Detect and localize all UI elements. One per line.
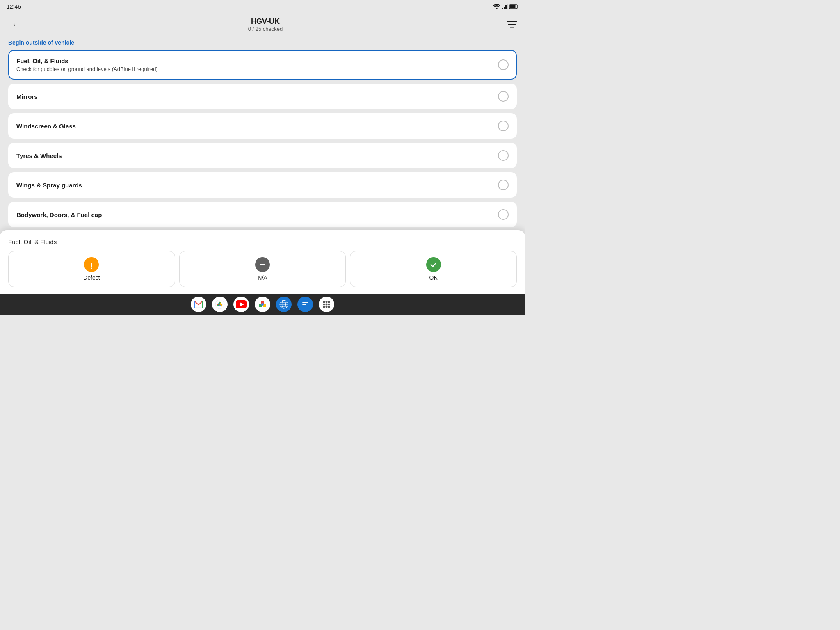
svg-point-33 (326, 304, 328, 306)
messages-icon (300, 299, 310, 309)
svg-point-19 (261, 303, 264, 306)
na-label: N/A (258, 274, 267, 281)
item-title-tyres: Tyres & Wheels (16, 152, 493, 159)
svg-point-34 (328, 304, 330, 306)
checklist: Fuel, Oil, & Fluids Check for puddles on… (0, 50, 525, 257)
svg-point-29 (323, 301, 325, 303)
svg-rect-3 (507, 4, 508, 9)
item-title-wings: Wings & Spray guards (16, 182, 493, 189)
svg-point-36 (326, 306, 328, 308)
status-bar: 12:46 (0, 0, 525, 13)
defect-label: Defect (83, 274, 100, 281)
top-bar: ← HGV-UK 0 / 25 checked (0, 13, 525, 36)
taskbar (0, 294, 525, 315)
item-desc-fuel: Check for puddles on ground and levels (… (16, 66, 493, 72)
photos-icon (258, 299, 267, 309)
svg-rect-5 (510, 5, 516, 8)
svg-rect-2 (505, 5, 507, 9)
na-icon (255, 257, 270, 272)
radio-mirrors (498, 91, 509, 102)
svg-rect-9 (510, 27, 514, 28)
checklist-item-mirrors[interactable]: Mirrors (8, 84, 517, 109)
checklist-item-wings[interactable]: Wings & Spray guards (8, 172, 517, 198)
taskbar-photos[interactable] (255, 297, 270, 312)
svg-text:!: ! (90, 262, 93, 269)
gmail-icon (194, 301, 203, 308)
youtube-icon (236, 300, 247, 308)
radio-wings (498, 180, 509, 190)
checklist-item-tyres[interactable]: Tyres & Wheels (8, 143, 517, 168)
taskbar-messages[interactable] (297, 297, 313, 312)
item-title-fuel: Fuel, Oil, & Fluids (16, 57, 493, 64)
back-button[interactable]: ← (8, 18, 24, 32)
ok-label: OK (429, 274, 438, 281)
radio-tyres (498, 150, 509, 161)
taskbar-chrome[interactable] (212, 297, 228, 312)
svg-marker-26 (303, 306, 305, 308)
taskbar-gmail[interactable] (191, 297, 206, 312)
na-button[interactable]: N/A (179, 251, 346, 287)
svg-point-35 (323, 306, 325, 308)
filter-icon (507, 21, 517, 28)
svg-rect-7 (507, 21, 517, 22)
checklist-item-fuel[interactable]: Fuel, Oil, & Fluids Check for puddles on… (8, 50, 517, 80)
svg-rect-1 (504, 7, 505, 9)
apps-icon (322, 299, 331, 309)
header-title-block: HGV-UK 0 / 25 checked (248, 17, 283, 32)
globe-icon (279, 299, 289, 309)
ok-button[interactable]: OK (350, 251, 517, 287)
radio-windscreen (498, 121, 509, 131)
taskbar-youtube[interactable] (233, 297, 249, 312)
section-label: Begin outside of vehicle (0, 36, 525, 50)
filter-button[interactable] (507, 21, 517, 28)
taskbar-apps[interactable] (319, 297, 334, 312)
bottom-action-panel: Fuel, Oil, & Fluids ! Defect N/A (0, 230, 525, 294)
wifi-icon (493, 4, 500, 9)
svg-rect-11 (260, 264, 265, 265)
action-buttons-row: ! Defect N/A OK (8, 251, 517, 287)
checklist-item-windscreen[interactable]: Windscreen & Glass (8, 113, 517, 139)
bottom-panel-title: Fuel, Oil, & Fluids (8, 238, 517, 245)
check-icon (429, 260, 438, 269)
svg-rect-6 (518, 6, 518, 7)
check-progress: 0 / 25 checked (248, 26, 283, 32)
defect-icon: ! (84, 257, 99, 272)
svg-point-32 (323, 304, 325, 306)
exclamation-icon: ! (87, 260, 96, 269)
taskbar-globe[interactable] (276, 297, 292, 312)
svg-rect-0 (502, 8, 503, 9)
radio-bodywork (498, 209, 509, 220)
status-time: 12:46 (7, 3, 21, 10)
svg-point-30 (326, 301, 328, 303)
svg-point-37 (328, 306, 330, 308)
defect-button[interactable]: ! Defect (8, 251, 175, 287)
battery-icon (509, 4, 518, 9)
checklist-item-bodywork[interactable]: Bodywork, Doors, & Fuel cap (8, 202, 517, 227)
svg-point-31 (328, 301, 330, 303)
status-icons (493, 4, 518, 9)
chrome-icon (215, 299, 225, 309)
page-title: HGV-UK (248, 17, 283, 26)
radio-fuel (498, 59, 509, 70)
ok-icon (426, 257, 441, 272)
svg-rect-25 (301, 301, 309, 306)
minus-icon (258, 260, 267, 269)
signal-icon (502, 4, 508, 9)
item-title-mirrors: Mirrors (16, 93, 493, 100)
svg-rect-8 (508, 24, 516, 25)
item-title-windscreen: Windscreen & Glass (16, 123, 493, 130)
item-title-bodywork: Bodywork, Doors, & Fuel cap (16, 211, 493, 218)
